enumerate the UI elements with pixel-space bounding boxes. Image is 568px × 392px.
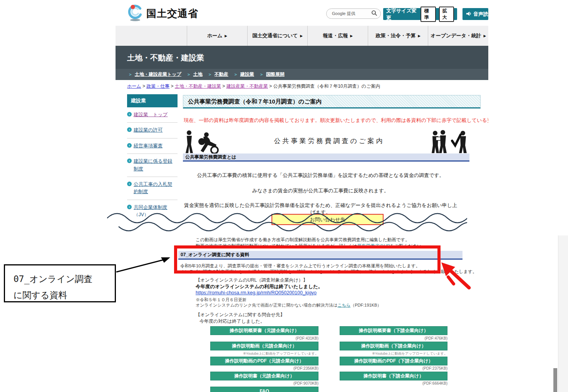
about-paragraph-1: 公共工事の工事費の積算に使用する「公共工事設計労務単価」を設定するための基礎とな… xyxy=(183,172,458,179)
arrow-bullet-icon: › xyxy=(127,127,132,132)
inquiry-body: 今年度の対応は終了しました。 xyxy=(199,318,265,325)
note-video-shita: ※Youtube上に動画をアップロードしています。 xyxy=(340,351,447,356)
sidebar-item-keiei[interactable]: ›経営事項審査 xyxy=(127,138,178,154)
site-logo[interactable]: 国土交通省 xyxy=(127,4,198,23)
mhlw-hp-link[interactable]: 厚生労働省のHP xyxy=(357,244,390,248)
btn-manual-moto[interactable]: 操作説明書（元請企業向け） xyxy=(210,372,318,380)
breadcrumb: ホーム > 政策・仕事 > 土地・不動産・建設業 > 建設産業・不動産業 > 公… xyxy=(127,83,380,90)
btn-overview-moto[interactable]: 操作説明概要書（元請企業向け） xyxy=(210,326,318,335)
page-tear-waves xyxy=(107,210,467,237)
chevron-right-icon: ▶ xyxy=(418,34,421,38)
logo-text: 国土交通省 xyxy=(146,7,198,20)
btn-videopdf-shita[interactable]: 操作説明動画のPDF（下請企業向け） xyxy=(340,357,447,365)
section07-line2: オンライン調査の対象工事となった場合は、下記資料をご確認いただき、オンライン調査… xyxy=(180,269,477,275)
breadcrumb-home[interactable]: ホーム xyxy=(127,83,141,89)
breadcrumb-policy[interactable]: 政策・仕事 xyxy=(146,83,169,89)
btn-manual-shita[interactable]: 操作説明書（下請企業向け） xyxy=(340,372,447,380)
note-manual-shita: (PDF:6664KB) xyxy=(340,381,447,385)
arrow-bullet-icon: › xyxy=(127,143,132,148)
note-overview-moto: (PDF:431KB) xyxy=(210,336,318,340)
breadcrumb-current: 公共事業労務費調査（令和７年10月調査）のご案内 xyxy=(273,83,380,89)
arrow-bullet-icon: › xyxy=(127,158,132,163)
annotation-line-2: に関する資料 xyxy=(13,287,115,303)
nav-item-about[interactable]: 国土交通省について▶ xyxy=(247,26,308,46)
inquiry-heading: 【オンラインシステムに関する問合せ先】 xyxy=(196,312,285,318)
page-title: 公共事業労務費調査（令和７年10月調査）のご案内 xyxy=(183,95,481,108)
chevron-right-icon: ▶ xyxy=(225,34,227,38)
workers-left-illustration xyxy=(184,130,223,156)
btn-videopdf-moto[interactable]: 操作説明動画のPDF（元請企業向け） xyxy=(210,357,318,365)
sidebar: 建設業 ›建設業 トップ ›建設業の許可 ›経営事項審査 ›建設業に係る登録制度… xyxy=(127,94,178,217)
section-heading-about: 公共事業労務費調査とは xyxy=(183,153,469,162)
red-arrow-annotation xyxy=(438,260,475,292)
chevron-right-icon: ▶ xyxy=(300,34,302,38)
arrow-bullet-icon: › xyxy=(127,182,132,186)
annotation-line-1: 07_オンライン調査 xyxy=(13,271,115,287)
mlit-logo-icon xyxy=(127,4,143,23)
online-help-line: オンラインシステムのリンク先で画面が正常に開かない場合の解決方法はこちら（PDF… xyxy=(196,302,381,308)
font-size-standard-button[interactable]: 標準 xyxy=(421,7,436,22)
workers-right-illustration xyxy=(431,130,469,156)
note-manual-moto: (PDF:9070KB) xyxy=(210,381,318,385)
subnav-international-link[interactable]: 国際展開 xyxy=(266,71,285,78)
section07-line1: 令和5年10月調査より、調査票等の提出・管理・審査をシステム上で行うオンライン調… xyxy=(180,263,420,269)
font-size-label: 文字サイズ変更 xyxy=(386,7,417,21)
section-heading-07-online: 07_オンライン調査に関する資料 xyxy=(178,251,462,260)
online-system-url-link[interactable]: https://romuhi-chosa.rm.keg.jp/rmh/RO050… xyxy=(196,290,317,295)
chevron-right-icon: ▶ xyxy=(484,34,486,38)
category-band: 土地・不動産・建設業 xyxy=(116,46,488,69)
btn-overview-shita[interactable]: 操作説明概要書（下請企業向け） xyxy=(340,326,447,335)
note-videopdf-moto: (PDF:2356KB) xyxy=(210,366,318,370)
search-icon[interactable] xyxy=(371,10,377,18)
help-kochira-link[interactable]: こちら xyxy=(337,303,350,307)
angle-sep-icon: ＞ xyxy=(208,72,212,77)
category-title: 土地・不動産・建設業 xyxy=(127,53,204,63)
sidebar-title: 建設業 xyxy=(127,94,178,107)
scrollbar-thumb[interactable] xyxy=(553,368,557,392)
nav-item-opendata[interactable]: オープンデータ・統計▶ xyxy=(428,26,488,46)
breadcrumb-land[interactable]: 土地・不動産・建設業 xyxy=(175,83,221,89)
angle-sep-icon: ＞ xyxy=(260,72,264,77)
subnav-top-link[interactable]: 土地・建設産業トップ xyxy=(135,71,181,78)
font-size-large-button[interactable]: 拡大 xyxy=(439,7,454,22)
angle-sep-icon: ＞ xyxy=(128,72,132,77)
annotation-label-box: 07_オンライン調査 に関する資料 xyxy=(4,264,116,302)
angle-sep-icon: ＞ xyxy=(187,72,191,77)
note-video-moto: ※Youtube上に動画をアップロードしています。 xyxy=(210,351,318,356)
note-overview-shita: (PDF:476KB) xyxy=(340,336,447,340)
update-notice: 現在、一部の資料は昨年度調査の内容を掲載しております。順次更新いたしますので、利… xyxy=(184,117,488,124)
online-url-closed-notice: 今年度のオンラインシステムの利用は終了いたしました。 xyxy=(196,284,323,290)
audio-readout-button[interactable]: 音声読 xyxy=(462,8,488,20)
video-note-2: 動画の途中で他の制度解説動画について触れている箇所がありますが、詳しくは厚生労働… xyxy=(196,243,426,249)
video-note-1: この動画は厚生労働省が作成する働き方改革の制度解説動画を公共事業労務費調査用に編… xyxy=(196,237,410,243)
banner-title: 公共事業労務費調査のご案内 xyxy=(239,137,420,145)
sidebar-item-registration[interactable]: ›建設業に係る登録制度 xyxy=(127,154,178,177)
btn-faq[interactable]: FAQ xyxy=(210,387,318,392)
nav-item-policy[interactable]: 政策・法令・予算▶ xyxy=(368,26,428,46)
black-callout-arrow xyxy=(115,252,172,277)
sidebar-item-license[interactable]: ›建設業の許可 xyxy=(127,123,178,138)
sidebar-item-bidding[interactable]: ›公共工事の入札契約制度 xyxy=(127,177,178,200)
angle-sep-icon: ＞ xyxy=(234,72,238,77)
subnav-construction-link[interactable]: 建設業 xyxy=(240,71,254,78)
btn-video-moto[interactable]: 操作説明動画（元請企業向け） xyxy=(210,342,318,350)
audio-label: 音声読 xyxy=(473,11,488,18)
subnav-realestate-link[interactable]: 不動産 xyxy=(214,71,228,78)
category-subnav: ＞土地・建設産業トップ ＞土地 ＞不動産 ＞建設業 ＞国際展開 xyxy=(116,69,488,80)
screenshot-gutter xyxy=(558,235,568,392)
btn-video-shita[interactable]: 操作説明動画（下請企業向け） xyxy=(340,342,447,350)
arrow-bullet-icon: › xyxy=(127,112,132,117)
nav-item-home[interactable]: ホーム▶ xyxy=(187,26,247,46)
online-url-updated: ※令和５年１０月６日更新 xyxy=(196,297,246,303)
breadcrumb-industry[interactable]: 建設産業・不動産業 xyxy=(226,83,268,89)
site-search[interactable]: Google 提供 xyxy=(326,8,381,19)
font-size-control: 文字サイズ変更 標準 拡大 xyxy=(383,8,457,20)
arrow-bullet-icon: › xyxy=(127,205,132,209)
global-nav: ホーム▶ 国土交通省について▶ 報道・広報▶ 政策・法令・予算▶ オープンデータ… xyxy=(116,26,488,46)
subnav-land-link[interactable]: 土地 xyxy=(193,71,203,78)
nav-item-press[interactable]: 報道・広報▶ xyxy=(307,26,368,46)
speaker-icon xyxy=(466,11,471,18)
about-paragraph-2: みなさまの賃金の実態が公共工事の工事費に反映されます。 xyxy=(183,187,458,194)
sidebar-item-top[interactable]: ›建設業 トップ xyxy=(127,107,178,123)
online-url-heading: 【オンラインシステムのURL（調査対象企業向け）】 xyxy=(196,277,308,284)
